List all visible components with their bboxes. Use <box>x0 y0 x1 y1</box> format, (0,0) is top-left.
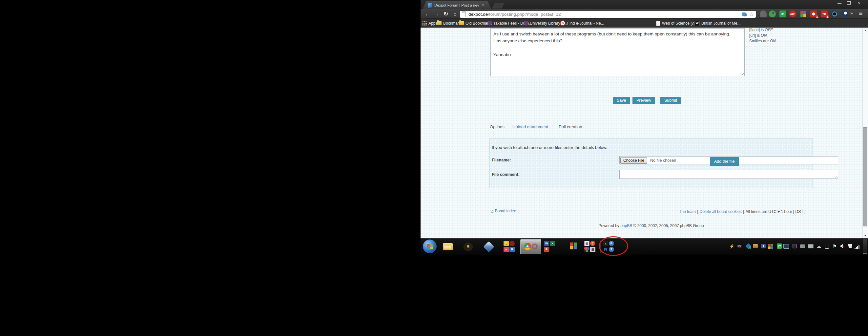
adblock-plus-extension-icon[interactable]: ABP <box>789 10 796 18</box>
tray-recycle-icon[interactable] <box>824 243 830 249</box>
eye-extension-icon[interactable] <box>831 10 838 18</box>
page-icon <box>656 21 660 26</box>
grid-extension-icon[interactable] <box>800 10 807 18</box>
url-bar[interactable]: dexpot.de/forum/posting.php?mode=post&f=… <box>460 11 756 18</box>
word-icon: W <box>544 241 549 246</box>
chrome-menu-icon[interactable]: ≡ <box>859 9 863 17</box>
window-minimize-button[interactable]: — <box>835 1 844 6</box>
bbcode-status-url: [url] is ON <box>749 33 767 38</box>
back-button[interactable]: ← <box>423 10 432 18</box>
tray-volume-muted-icon[interactable]: × <box>838 243 844 249</box>
taskbar-explorer-icon[interactable] <box>442 241 453 252</box>
tray-power-plug-icon[interactable] <box>847 243 853 249</box>
tray-grid-icon[interactable] <box>768 244 774 249</box>
times-text: All times are UTC + 1 hour [ DST ] <box>746 209 805 214</box>
bookmark-apps[interactable]: Apps <box>422 20 437 26</box>
window-close-button[interactable]: × <box>855 1 863 6</box>
td-extension-icon[interactable]: TD1 <box>821 10 828 18</box>
submit-button[interactable]: Submit <box>660 97 681 104</box>
ccleaner-icon: C <box>590 241 595 246</box>
shield-icon <box>488 21 492 26</box>
forecast-extension-icon[interactable] <box>841 10 848 18</box>
tray-cloud-icon[interactable]: ☁ <box>816 243 822 249</box>
shield-icon <box>524 21 528 26</box>
no-file-chosen-text: No file chosen <box>650 158 676 163</box>
tray-backup-check-icon[interactable]: ✔ <box>800 243 805 249</box>
home-icon: ⌂ <box>491 208 493 214</box>
taskbar-office-group-icon[interactable]: W X P <box>544 241 555 252</box>
lightbulb-icon: 💡 <box>503 241 509 246</box>
tray-network-signal-icon[interactable] <box>855 243 861 249</box>
tray-dropbox-icon[interactable] <box>745 243 751 249</box>
tab-upload-attachment[interactable]: Upload attachment <box>513 124 548 129</box>
add-the-file-button[interactable]: Add the file <box>710 157 739 166</box>
opera-ghost-icon <box>532 243 538 249</box>
tray-flag-icon[interactable]: ⚑ <box>832 243 837 249</box>
message-body-textarea[interactable]: As I use and switch between a lot of the… <box>490 28 745 76</box>
browser-window: Dexpot Forum | Post a nev × — × ← → ↻ ⌂ … <box>421 0 868 238</box>
bookmark-star-icon[interactable]: ☆ <box>749 11 754 18</box>
url-path: /forum/posting.php?mode=post&f=12 <box>488 12 561 17</box>
page-scrollbar[interactable]: ▲ ▼ <box>862 28 868 238</box>
dexpot-favicon-icon <box>428 3 432 7</box>
tab-title: Dexpot Forum | Post a nev <box>434 3 479 7</box>
tray-sync-icon[interactable]: ⇄ <box>776 243 782 249</box>
browser-tab[interactable]: Dexpot Forum | Post a nev × <box>423 1 491 9</box>
url-domain: dexpot.de <box>468 12 488 17</box>
home-button[interactable]: ⌂ <box>451 10 459 18</box>
taskbar-notes-group-icon[interactable]: 💡 ♥ ✉ <box>503 241 515 252</box>
save-button[interactable]: Save <box>613 97 630 104</box>
toolbar-separator <box>856 10 856 17</box>
document-icon: ▤ <box>584 241 589 246</box>
new-tab-button[interactable] <box>492 3 505 8</box>
ghostery-extension-icon[interactable] <box>760 10 767 18</box>
scrollbar-up-arrow[interactable]: ▲ <box>863 29 867 32</box>
bookmark-find-ejournal[interactable]: S Find e-Journal - Ne... <box>560 20 604 26</box>
scrollbar-down-arrow[interactable]: ▼ <box>863 234 867 237</box>
taskbar-dark-app-icon[interactable] <box>463 241 474 252</box>
bookmark-british-journal[interactable]: W British Journal of Me... <box>694 20 740 26</box>
monitor-icon: ▦ <box>590 247 595 252</box>
extensions-overflow-icon[interactable]: » <box>850 10 853 16</box>
reload-button[interactable]: ↻ <box>441 10 450 18</box>
bookmark-web-of-science[interactable]: Web of Science [v.5... <box>656 20 700 26</box>
delete-cookies-link[interactable]: Delete all board cookies <box>700 209 742 214</box>
preview-button[interactable]: Preview <box>632 97 655 104</box>
clipper-icon[interactable] <box>742 12 747 17</box>
tray-monitor-icon[interactable] <box>808 243 813 249</box>
bbcode-status-flash: [flash] is OFF <box>749 28 773 32</box>
start-button[interactable] <box>423 240 437 253</box>
tray-messenger-icon[interactable]: ⚡ <box>729 243 735 249</box>
file-comment-textarea[interactable] <box>619 170 838 179</box>
window-restore-button[interactable] <box>844 1 853 6</box>
tray-display-icon[interactable] <box>783 243 789 249</box>
phpbb-link[interactable]: phpBB <box>620 223 632 228</box>
evernote-extension-icon[interactable] <box>769 10 776 18</box>
tray-blue-f-icon[interactable]: f <box>761 243 766 249</box>
taskbar-colorful-grid-icon[interactable] <box>570 243 577 250</box>
apps-grid-icon <box>422 21 427 26</box>
powered-by-line: Powered by phpBB © 2000, 2002, 2005, 200… <box>490 223 813 228</box>
the-team-link[interactable]: The team <box>679 209 696 214</box>
choose-file-button[interactable]: Choose File <box>620 157 647 164</box>
show-desktop-button[interactable] <box>863 239 867 254</box>
board-index-link[interactable]: ⌂ Board index <box>491 208 516 214</box>
apple-icon <box>509 241 515 246</box>
tray-purple-app-icon[interactable] <box>792 243 798 249</box>
taskbar-utilities-group-icon[interactable]: ▤ C ▦ <box>584 241 595 252</box>
tab-options[interactable]: Options <box>490 124 504 129</box>
scrollbar-thumb[interactable] <box>863 127 867 226</box>
tray-storage-icon[interactable] <box>752 243 758 249</box>
tab-poll-creation[interactable]: Poll creation <box>559 124 582 129</box>
tab-strip: Dexpot Forum | Post a nev × — × <box>421 0 868 9</box>
taskbar-virtualbox-icon[interactable] <box>483 241 494 252</box>
windows-flag-icon <box>427 243 433 250</box>
lastpass-extension-icon[interactable]: ✱1 <box>810 10 817 18</box>
tab-close-icon[interactable]: × <box>482 3 484 7</box>
powerpoint-icon: P <box>544 247 549 252</box>
taskbar-active-chrome-button[interactable] <box>520 239 541 254</box>
tray-mail-icon[interactable]: ✉ <box>737 243 742 249</box>
forward-button[interactable]: → <box>432 10 441 18</box>
id-extension-icon[interactable]: ID <box>779 10 786 18</box>
bookmark-folder-old-bookmarks[interactable]: Old Bookmarks <box>459 20 492 26</box>
